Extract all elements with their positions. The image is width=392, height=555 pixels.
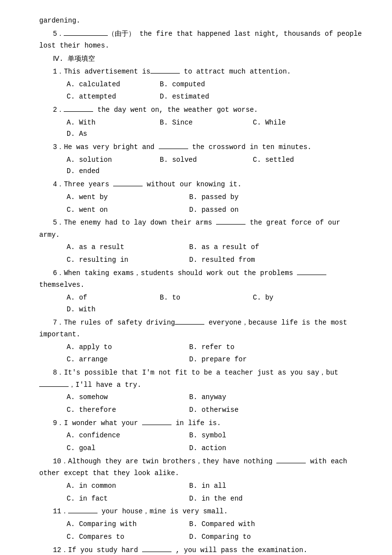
- q10-option-c: C. in fact: [67, 493, 184, 505]
- question-12-stem: 12．If you study hard , you will pass the…: [39, 544, 363, 555]
- q3-option-a: A. solution: [67, 154, 155, 166]
- question-5b-options-ab: A. as a result B. as a result of: [67, 242, 363, 253]
- q5b-option-a: A. as a result: [67, 242, 184, 253]
- q11-option-d: D. Comparing to: [189, 531, 307, 543]
- question-11-stem: 11． your house，mine is very small.: [39, 505, 363, 518]
- question-6-stem: 6．When taking exams，students should work…: [39, 267, 363, 291]
- q4-blank: [113, 186, 143, 186]
- question-1-options: A. calculated B. computed: [67, 79, 363, 91]
- q3-blank: [159, 149, 188, 149]
- question-7-stem: 7．The rules of safety driving everyone，b…: [39, 317, 363, 341]
- q7-option-c: C. arrange: [67, 354, 184, 366]
- question-3-options: A. solution B. solved C. settled D. ende…: [67, 154, 363, 178]
- q3-option-d: D. ended: [67, 166, 155, 177]
- q9-option-b: B. symbol: [189, 430, 307, 442]
- question-9-stem: 9．I wonder what your in life is.: [39, 417, 363, 429]
- q6-option-a: A. of: [67, 292, 155, 304]
- q1-option-b: B. computed: [160, 79, 248, 91]
- q5-blank: [64, 35, 108, 36]
- q11-option-a: A. Comparing with: [67, 519, 184, 530]
- q11-option-b: B. Compared with: [189, 519, 307, 530]
- question-4-stem: 4．Three years without our knowing it.: [39, 178, 363, 191]
- q7-option-a: A. apply to: [67, 342, 184, 353]
- q11-blank: [68, 513, 98, 513]
- q6-option-c: C. by: [253, 292, 341, 304]
- q8-option-c: C. therefore: [67, 404, 184, 416]
- question-8-options-cd: C. therefore D. otherwise: [67, 404, 363, 416]
- question-1-options-cd: C. attempted D. estimated: [67, 91, 363, 103]
- q4-option-d: D. passed on: [189, 204, 307, 216]
- q4-option-c: C. went on: [67, 204, 184, 216]
- question-8-options-ab: A. somehow B. anyway: [67, 392, 363, 404]
- q2-option-d: D. As: [67, 128, 155, 140]
- q5b-blank: [216, 224, 245, 225]
- q8-blank: [39, 386, 69, 387]
- q7-option-b: B. refer to: [189, 342, 307, 353]
- line-gardening: gardening.: [39, 15, 363, 27]
- q9-option-c: C. goal: [67, 443, 184, 454]
- q2-option-b: B. Since: [160, 117, 248, 129]
- q4-option-b: B. passed by: [189, 192, 307, 203]
- q1-option-a: A. calculated: [67, 79, 155, 91]
- question-1-stem: 1．This advertisement is to attract much …: [39, 66, 363, 78]
- q6-option-b: B. to: [160, 292, 248, 304]
- q3-option-b: B. solved: [160, 154, 248, 166]
- q2-blank: [64, 111, 93, 112]
- question-5: 5．（由于） the fire that happened last night…: [39, 28, 363, 52]
- q1-blank: [150, 73, 180, 74]
- q8-option-b: B. anyway: [189, 392, 307, 404]
- q2-option-a: A. With: [67, 117, 155, 129]
- section-4-title: Ⅳ. 单项填空: [39, 53, 363, 65]
- question-11-options-ab: A. Comparing with B. Compared with: [67, 519, 363, 530]
- q6-option-d: D. with: [67, 304, 155, 316]
- q9-option-a: A. confidence: [67, 430, 184, 442]
- q3-option-c: C. settled: [253, 154, 341, 166]
- q8-option-d: D. otherwise: [189, 404, 307, 416]
- q10-option-d: D. in the end: [189, 493, 307, 505]
- question-8-stem: 8．It's possible that I'm not fit to be a…: [39, 367, 363, 391]
- q1-option-d: D. estimated: [160, 91, 248, 103]
- question-6-options: A. of B. to C. by D. with: [67, 292, 363, 316]
- question-3-stem: 3．He was very bright and the crossword i…: [39, 141, 363, 153]
- q10-option-a: A. in common: [67, 480, 184, 492]
- question-5b-stem: 5．The enemy had to lay down their arms t…: [39, 217, 363, 241]
- q5b-option-d: D. resulted from: [189, 254, 307, 266]
- q11-option-c: C. Compares to: [67, 531, 184, 543]
- question-4-options-cd: C. went on D. passed on: [67, 204, 363, 216]
- question-11-options-cd: C. Compares to D. Comparing to: [67, 531, 363, 543]
- q5b-option-b: B. as a result of: [189, 242, 307, 253]
- q1-option-c: C. attempted: [67, 91, 155, 103]
- question-9-options-ab: A. confidence B. symbol: [67, 430, 363, 442]
- q10-blank: [276, 463, 306, 463]
- q6-blank: [297, 275, 326, 275]
- question-7-options-ab: A. apply to B. refer to: [67, 342, 363, 353]
- question-9-options-cd: C. goal D. action: [67, 443, 363, 454]
- question-2-options: A. With B. Since C. While D. As: [67, 117, 363, 141]
- q7-option-d: D. prepare for: [189, 354, 307, 366]
- question-7-options-cd: C. arrange D. prepare for: [67, 354, 363, 366]
- question-10-options-ab: A. in common B. in all: [67, 480, 363, 492]
- q9-blank: [142, 425, 172, 425]
- q4-option-a: A. went by: [67, 192, 184, 203]
- question-10-options-cd: C. in fact D. in the end: [67, 493, 363, 505]
- q2-option-c: C. While: [253, 117, 341, 129]
- q12-blank: [142, 552, 172, 552]
- q9-option-d: D. action: [189, 443, 307, 454]
- q7-blank: [175, 324, 204, 325]
- question-10-stem: 10．Although they are twin brothers，they …: [39, 455, 363, 479]
- main-content: gardening. 5．（由于） the fire that happened…: [39, 15, 363, 555]
- question-5b-options-cd: C. resulting in D. resulted from: [67, 254, 363, 266]
- q5b-option-c: C. resulting in: [67, 254, 184, 266]
- question-2-stem: 2． the day went on, the weather got wors…: [39, 104, 363, 116]
- q8-option-a: A. somehow: [67, 392, 184, 404]
- question-4-options-ab: A. went by B. passed by: [67, 192, 363, 203]
- q10-option-b: B. in all: [189, 480, 307, 492]
